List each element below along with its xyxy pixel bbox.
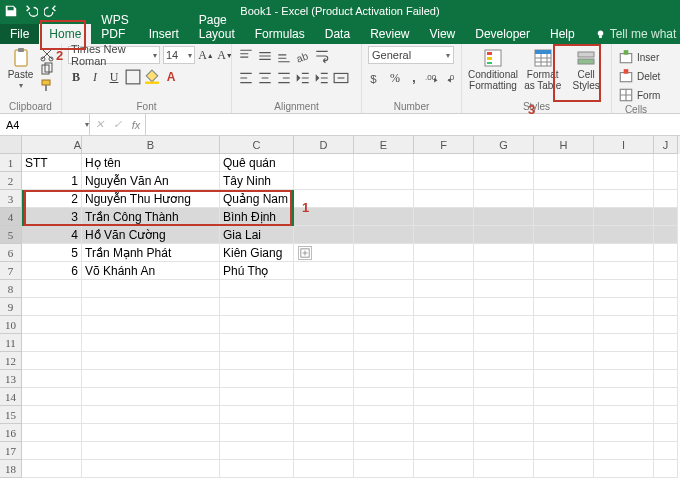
- cell[interactable]: [534, 370, 594, 388]
- cell[interactable]: [414, 460, 474, 478]
- merge-center-icon[interactable]: [333, 70, 349, 86]
- cell[interactable]: [534, 226, 594, 244]
- col-header[interactable]: C: [220, 136, 294, 154]
- increase-decimal-icon[interactable]: .00: [425, 70, 441, 86]
- cell[interactable]: [534, 442, 594, 460]
- cell[interactable]: [414, 370, 474, 388]
- fill-color-button[interactable]: [144, 69, 160, 85]
- cell[interactable]: [414, 442, 474, 460]
- cell[interactable]: [594, 298, 654, 316]
- row-header[interactable]: 6: [0, 244, 22, 262]
- conditional-formatting-button[interactable]: Conditional Formatting: [468, 46, 518, 91]
- cell[interactable]: [474, 442, 534, 460]
- cell[interactable]: [294, 190, 354, 208]
- tab-insert[interactable]: Insert: [139, 24, 189, 44]
- percent-format-icon[interactable]: %: [387, 70, 403, 86]
- cell[interactable]: [534, 244, 594, 262]
- font-size-select[interactable]: 14▾: [163, 46, 195, 64]
- cell[interactable]: [82, 280, 220, 298]
- cell[interactable]: [474, 406, 534, 424]
- row-header[interactable]: 9: [0, 298, 22, 316]
- cell[interactable]: [654, 352, 678, 370]
- cell[interactable]: [594, 190, 654, 208]
- row-header[interactable]: 2: [0, 172, 22, 190]
- cell[interactable]: [354, 280, 414, 298]
- decrease-decimal-icon[interactable]: .0: [444, 70, 460, 86]
- cell[interactable]: [414, 316, 474, 334]
- cell[interactable]: [414, 262, 474, 280]
- cell[interactable]: [654, 190, 678, 208]
- cell[interactable]: [82, 442, 220, 460]
- cell[interactable]: [294, 172, 354, 190]
- cell[interactable]: [354, 298, 414, 316]
- cell[interactable]: [220, 352, 294, 370]
- cell[interactable]: [354, 262, 414, 280]
- col-header[interactable]: A: [22, 136, 82, 154]
- tab-formulas[interactable]: Formulas: [245, 24, 315, 44]
- cell[interactable]: [22, 280, 82, 298]
- tab-developer[interactable]: Developer: [465, 24, 540, 44]
- cell[interactable]: [474, 388, 534, 406]
- cell[interactable]: [294, 316, 354, 334]
- cell[interactable]: [354, 226, 414, 244]
- tab-pagelayout[interactable]: Page Layout: [189, 10, 245, 44]
- cell[interactable]: [534, 172, 594, 190]
- align-center-icon[interactable]: [257, 70, 273, 86]
- cell[interactable]: [294, 208, 354, 226]
- cell[interactable]: [534, 388, 594, 406]
- col-header[interactable]: H: [534, 136, 594, 154]
- cell[interactable]: [354, 316, 414, 334]
- cell[interactable]: [474, 334, 534, 352]
- row-header[interactable]: 4: [0, 208, 22, 226]
- cell[interactable]: [22, 316, 82, 334]
- cell[interactable]: [220, 370, 294, 388]
- cell[interactable]: [474, 172, 534, 190]
- cell[interactable]: [594, 262, 654, 280]
- cell[interactable]: [22, 460, 82, 478]
- cell[interactable]: [474, 352, 534, 370]
- increase-font-icon[interactable]: A▲: [198, 47, 214, 63]
- cell[interactable]: [22, 352, 82, 370]
- cell[interactable]: [414, 172, 474, 190]
- cell[interactable]: [594, 172, 654, 190]
- confirm-icon[interactable]: ✓: [113, 118, 122, 131]
- cell[interactable]: [294, 388, 354, 406]
- tab-help[interactable]: Help: [540, 24, 585, 44]
- row-header[interactable]: 5: [0, 226, 22, 244]
- row-header[interactable]: 12: [0, 352, 22, 370]
- tab-file[interactable]: File: [0, 24, 39, 44]
- cell[interactable]: [414, 154, 474, 172]
- cell[interactable]: [354, 208, 414, 226]
- cell[interactable]: [534, 424, 594, 442]
- cell[interactable]: [82, 316, 220, 334]
- cell-styles-button[interactable]: Cell Styles: [567, 46, 605, 91]
- format-painter-icon[interactable]: [39, 78, 55, 92]
- cell[interactable]: [22, 388, 82, 406]
- align-top-icon[interactable]: [238, 48, 254, 64]
- borders-button[interactable]: [125, 69, 141, 85]
- row-header[interactable]: 17: [0, 442, 22, 460]
- cell[interactable]: [220, 460, 294, 478]
- cell[interactable]: [220, 298, 294, 316]
- col-header[interactable]: I: [594, 136, 654, 154]
- cell[interactable]: [534, 334, 594, 352]
- cell[interactable]: [294, 298, 354, 316]
- col-header[interactable]: D: [294, 136, 354, 154]
- cell[interactable]: [220, 424, 294, 442]
- tab-wpspdf[interactable]: WPS PDF: [91, 10, 138, 44]
- cell[interactable]: [414, 406, 474, 424]
- col-header[interactable]: F: [414, 136, 474, 154]
- cell[interactable]: Trần Công Thành: [82, 208, 220, 226]
- copy-icon[interactable]: [39, 62, 55, 76]
- cell[interactable]: [414, 244, 474, 262]
- font-color-button[interactable]: A: [163, 69, 179, 85]
- row-header[interactable]: 8: [0, 280, 22, 298]
- cell[interactable]: [414, 352, 474, 370]
- cell[interactable]: [82, 460, 220, 478]
- save-icon[interactable]: [4, 4, 18, 18]
- underline-button[interactable]: U: [106, 69, 122, 85]
- cell[interactable]: [594, 154, 654, 172]
- cell[interactable]: [654, 316, 678, 334]
- cell[interactable]: [594, 460, 654, 478]
- cell[interactable]: Kiên Giang: [220, 244, 294, 262]
